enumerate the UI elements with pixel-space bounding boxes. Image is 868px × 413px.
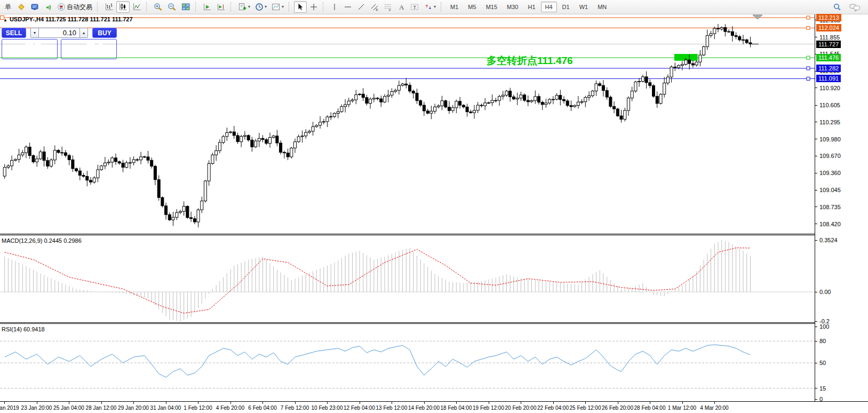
chart-shift-button[interactable]	[214, 1, 228, 13]
time-tick	[166, 402, 166, 404]
terminal-button[interactable]	[28, 1, 41, 13]
fibonacci-button[interactable]: F	[381, 1, 394, 13]
rsi-canvas[interactable]	[0, 324, 815, 401]
line-chart-icon	[132, 3, 141, 11]
svg-text:E: E	[376, 8, 378, 11]
time-tick	[714, 402, 715, 404]
rsi-label: 100	[819, 323, 829, 330]
rsi-label: 50	[819, 359, 826, 367]
search-button[interactable]	[831, 1, 844, 13]
price-chart-panel: 多空转折点111.476 ▲USDJPY-,H4 111.725 111.728…	[0, 14, 815, 234]
volume-up-button[interactable]: ▲	[80, 28, 88, 38]
signal-icon	[44, 3, 52, 11]
text-label-button[interactable]: T	[408, 1, 421, 13]
macd-canvas[interactable]	[0, 235, 815, 322]
time-tick	[37, 402, 37, 404]
cursor-icon	[296, 3, 305, 11]
line-handle[interactable]	[807, 26, 810, 29]
timeframe-m1[interactable]: M1	[446, 2, 463, 12]
timeframe-h4[interactable]: H4	[541, 2, 557, 12]
time-tick	[295, 402, 296, 404]
timeframe-d1[interactable]: D1	[558, 2, 574, 12]
buy-button[interactable]: BUY	[92, 28, 117, 38]
sell-price-sup: 7	[42, 41, 46, 50]
arrows-button[interactable]: ▾	[422, 1, 438, 13]
timeframe-mn[interactable]: MN	[593, 2, 611, 12]
annotation-text[interactable]: 多空转折点111.476	[487, 54, 573, 68]
price-badge: 111.727	[816, 41, 841, 48]
candlestick-chart-button[interactable]	[116, 1, 130, 13]
zoom-out-icon	[168, 3, 177, 12]
zoom-out-button[interactable]	[165, 1, 179, 13]
price-label: 110.920	[819, 84, 840, 92]
volume-input[interactable]	[38, 28, 80, 38]
time-tick	[650, 402, 650, 404]
price-tick	[815, 206, 817, 207]
rsi-tick	[815, 327, 817, 327]
tile-windows-button[interactable]	[179, 1, 193, 13]
line-handle[interactable]	[807, 56, 810, 59]
rsi-label: 80	[819, 337, 826, 345]
buy-price-button[interactable]: 11174	[61, 39, 117, 59]
horizontal-line-button[interactable]	[341, 1, 354, 13]
time-tick	[489, 402, 489, 404]
chat-icon	[849, 3, 861, 12]
tile-windows-icon	[181, 3, 190, 11]
equidistant-channel-button[interactable]: E	[368, 1, 381, 13]
vertical-line-icon	[331, 3, 338, 11]
line-chart-button[interactable]	[130, 1, 144, 13]
crosshair-button[interactable]	[307, 1, 320, 13]
sell-price-button[interactable]: 111727	[2, 39, 58, 59]
templates-button[interactable]: ▾	[269, 1, 286, 13]
price-badge[interactable]: 112.024	[816, 24, 841, 31]
line-handle[interactable]	[807, 67, 810, 70]
auto-scroll-button[interactable]	[201, 1, 214, 13]
new-order-button[interactable]: 单	[2, 1, 14, 13]
timeframe-m15[interactable]: M15	[482, 2, 501, 12]
trendline-button[interactable]	[355, 1, 368, 13]
price-badge[interactable]: 111.091	[816, 75, 841, 82]
rsi-panel: RSI(14) 60.9418	[0, 324, 815, 401]
chart-shift-marker-icon[interactable]	[753, 15, 762, 19]
timeframe-m5[interactable]: M5	[464, 2, 480, 12]
signal-button[interactable]	[42, 1, 54, 13]
vertical-line-button[interactable]	[328, 1, 341, 13]
chat-button[interactable]	[847, 1, 863, 13]
chart-shift-icon	[217, 3, 226, 11]
line-handle[interactable]	[807, 77, 810, 80]
autotrading-button[interactable]: 自动交易	[55, 1, 94, 13]
sell-button[interactable]: SELL	[2, 28, 26, 38]
timeframe-w1[interactable]: W1	[575, 2, 593, 12]
line-handle[interactable]	[807, 16, 810, 19]
volume-down-button[interactable]: ▼	[30, 28, 38, 38]
timeframe-m30[interactable]: M30	[503, 2, 522, 12]
rsi-line	[5, 345, 751, 377]
new-chart-button[interactable]: ▾	[236, 1, 252, 13]
price-label: 109.045	[819, 186, 841, 194]
gold-cube-button[interactable]	[15, 1, 28, 13]
text-button[interactable]: A	[395, 1, 408, 13]
profiles-button[interactable]: ▾	[253, 1, 269, 13]
bar-chart-button[interactable]	[102, 1, 116, 13]
price-tick	[815, 173, 817, 173]
text-label-icon: T	[410, 3, 419, 11]
toolbar-separator	[441, 2, 444, 12]
crosshair-icon	[309, 3, 318, 11]
time-axis[interactable]: 22 Jan 201923 Jan 20:0025 Jan 04:0028 Ja…	[0, 401, 868, 413]
price-badge[interactable]: 111.476	[816, 54, 841, 61]
price-chart-canvas[interactable]	[0, 14, 815, 234]
text-icon: A	[397, 3, 405, 11]
rsi-tick	[815, 399, 817, 400]
price-tick	[815, 88, 817, 88]
price-label: 109.670	[819, 152, 841, 160]
time-tick	[456, 402, 457, 404]
price-badge[interactable]: 112.213	[816, 14, 841, 21]
timeframe-h1[interactable]: H1	[523, 2, 539, 12]
time-tick	[392, 402, 392, 404]
time-tick	[360, 402, 360, 404]
price-badge[interactable]: 111.282	[816, 65, 841, 72]
rsi-tick	[815, 363, 817, 363]
price-axis[interactable]: 112.165111.855111.545111.230110.920110.6…	[815, 14, 868, 401]
cursor-button[interactable]	[294, 1, 307, 13]
zoom-in-button[interactable]	[152, 1, 165, 13]
